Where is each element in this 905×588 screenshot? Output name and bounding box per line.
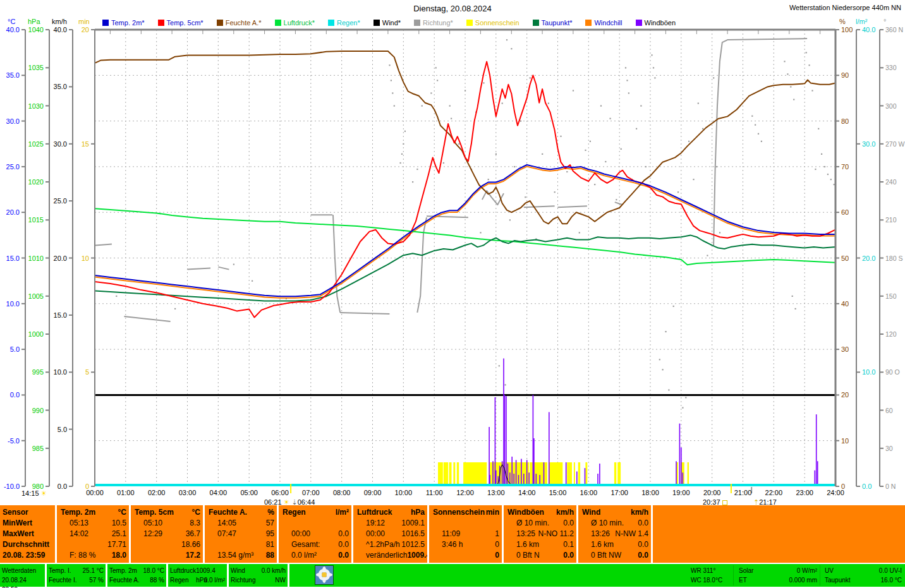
svg-text:-5.0: -5.0	[8, 437, 20, 445]
svg-text:120: 120	[885, 330, 897, 338]
table-row: 0	[429, 550, 502, 561]
table-row: 00:000.0	[279, 529, 351, 539]
status-seg-3: Luftdruck1009.4 hPa Regen0.0 l/m²	[168, 564, 227, 587]
svg-text:15.0: 15.0	[6, 255, 20, 262]
sensor-col-luftdruck: LuftdruckhPa19:121009.100:001016.5^1.2hP…	[353, 505, 427, 563]
svg-text:90 O: 90 O	[885, 368, 900, 376]
table-row: 13:26N-NW 1.4	[578, 529, 651, 539]
svg-text:15.0: 15.0	[54, 311, 67, 319]
x-axis-label: 16:00	[576, 489, 601, 496]
table-row: 05:108.3	[131, 518, 203, 529]
x-axis-label: 06:00	[267, 489, 293, 496]
status-seg-0: Wetterdaten 20.08.24 23:59	[0, 564, 45, 587]
svg-text:5.0: 5.0	[10, 345, 20, 353]
status-right-2: UV0.0 UV-I Taupunkt16.0 °C	[823, 564, 904, 587]
svg-text:1020: 1020	[28, 178, 44, 186]
svg-text:10.0: 10.0	[54, 368, 67, 376]
column-divider	[502, 505, 504, 563]
status-seg-1: Temp. I.25.1 °C Feuchte I.57 %	[47, 564, 106, 587]
status-row: UV0.0 UV-I	[823, 566, 904, 575]
sensor-col-sensor: SensorMinWertMaxWertDurchschnitt20.08. 2…	[0, 505, 55, 563]
table-row: Gesamt:0.0	[279, 539, 351, 550]
svg-text:1015: 1015	[28, 216, 44, 224]
axis-unit-%: %	[839, 18, 846, 25]
table-row: 1.6 km0.0	[578, 539, 651, 550]
column-divider	[651, 505, 653, 563]
x-axis-label: 08:00	[329, 489, 355, 496]
sensor-col-feuchte-a-: Feuchte A.%14:055707:47958113.54 g/m³88	[205, 505, 277, 563]
x-axis-label: 04:00	[205, 489, 231, 496]
col-header: Windkm/h	[578, 507, 651, 518]
row-label: MaxWert	[0, 529, 55, 539]
svg-text:990: 990	[32, 407, 44, 414]
sun-icon: ☀	[41, 489, 47, 497]
svg-text:35.0: 35.0	[6, 71, 20, 79]
svg-text:0.0: 0.0	[10, 391, 20, 399]
x-axis-label: 23:00	[792, 489, 817, 496]
svg-text:50: 50	[841, 255, 849, 262]
col-header: Windböenkm/h	[504, 507, 576, 518]
status-thin-divider	[820, 565, 820, 585]
col-header: Temp. 2m°C	[57, 507, 129, 518]
svg-text:300: 300	[885, 102, 897, 110]
axis-unit-km/h: km/h	[52, 18, 67, 25]
status-right-0: WR 311° WC 18.0°C	[689, 564, 733, 587]
status-row: ET0.000 mm	[737, 575, 819, 585]
x-axis-label: 07:00	[298, 489, 324, 496]
column-divider	[427, 505, 429, 563]
table-row: 05:1310.5	[57, 518, 129, 529]
svg-text:20.0: 20.0	[54, 255, 67, 262]
sensor-col-regen: Regenl/m²00:000.0Gesamt:0.00.0 l/m²0.0	[279, 505, 351, 563]
marker-max-time-label: 14:15	[21, 489, 39, 497]
status-divider	[227, 564, 229, 587]
svg-text:985: 985	[32, 445, 44, 452]
svg-text:150: 150	[885, 292, 897, 300]
sensor-col-wind: Windkm/hØ 10 min.0.013:26N-NW 1.41.6 km0…	[578, 505, 651, 563]
x-axis-label: 15:00	[545, 489, 571, 496]
svg-text:0 N: 0 N	[885, 483, 896, 490]
x-axis-label: 01:00	[113, 489, 138, 496]
table-row	[279, 518, 351, 529]
table-row: 17.71	[57, 539, 129, 550]
status-row: Wetterdaten	[0, 566, 45, 575]
status-thin-divider	[733, 565, 734, 585]
x-axis-label: 17:00	[607, 489, 632, 496]
svg-text:10.0: 10.0	[6, 300, 20, 308]
svg-text:70: 70	[841, 163, 849, 171]
svg-text:80: 80	[841, 117, 849, 125]
status-row: Wind0.0 km/h	[229, 566, 288, 575]
x-axis-label: 10:00	[391, 489, 416, 496]
svg-text:30.0: 30.0	[54, 140, 67, 148]
axis-unit-l/m²: l/m²	[856, 18, 867, 25]
table-row	[429, 518, 502, 529]
svg-text:995: 995	[32, 368, 44, 376]
row-label: MinWert	[0, 518, 55, 529]
table-row: 19:121009.1	[353, 518, 427, 529]
svg-text:30.0: 30.0	[862, 140, 875, 148]
marker-max-time: 14:15 ☀	[21, 489, 47, 498]
table-row: Ø 10 min.0.0	[578, 518, 651, 529]
x-axis-label: 05:00	[236, 489, 262, 496]
table-row: ^1.2hPa/h1012.5	[353, 539, 427, 550]
axis-unit-°: °	[884, 18, 886, 25]
svg-text:1005: 1005	[28, 292, 44, 300]
svg-text:180 S: 180 S	[885, 255, 902, 262]
table-row: 12:2936.7	[131, 529, 203, 539]
svg-text:30: 30	[841, 345, 849, 353]
status-row: WC 18.0°C	[689, 575, 733, 585]
svg-text:1010: 1010	[28, 255, 44, 262]
table-row: 11:091	[429, 529, 502, 539]
x-axis-label: 18:00	[638, 489, 663, 496]
svg-text:60: 60	[885, 407, 893, 414]
svg-text:0.0: 0.0	[58, 483, 67, 490]
status-row: Luftdruck1009.4 hPa	[168, 566, 227, 575]
status-row: Solar0 W/m²	[737, 566, 819, 575]
status-divider	[45, 564, 47, 587]
status-seg-2: Temp. 2m18.0 °C Feuchte A.88 %	[107, 564, 166, 587]
status-row: Temp. I.25.1 °C	[47, 566, 106, 575]
x-axis-label: 02:00	[144, 489, 169, 496]
table-row: 18.66	[131, 539, 203, 550]
axis-unit-°C: °C	[8, 18, 15, 25]
svg-text:15: 15	[82, 140, 89, 148]
table-row: 0 Bft NW0.0	[578, 550, 651, 561]
